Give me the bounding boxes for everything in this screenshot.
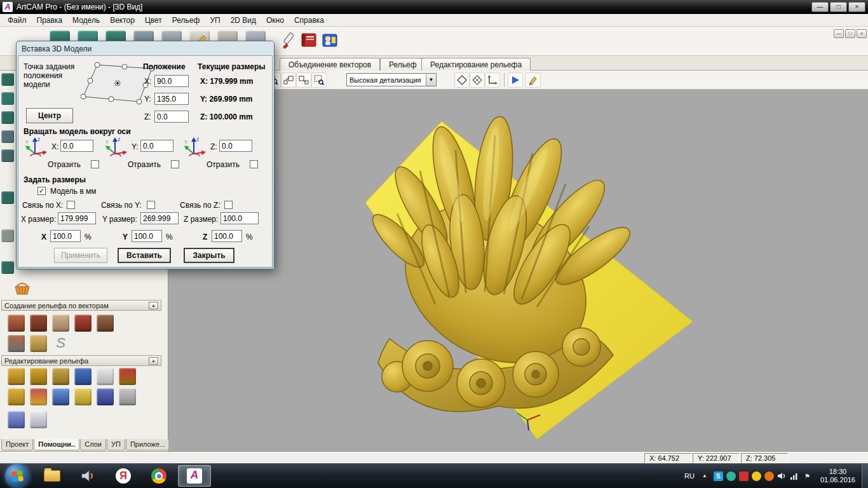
tab-toolpaths[interactable]: УП [107, 439, 125, 451]
turn-tool-icon[interactable] [52, 315, 69, 332]
extrude-tool-icon[interactable] [8, 315, 25, 332]
pencil-icon[interactable] [526, 72, 541, 88]
mesh-relief-icon[interactable] [119, 388, 136, 405]
mdi-minimize-button[interactable]: — [834, 29, 844, 38]
texture-relief-icon[interactable] [74, 388, 92, 405]
tab-project[interactable]: Проект [1, 439, 33, 451]
maximize-button[interactable]: □ [830, 2, 847, 12]
mirror-y-checkbox[interactable] [171, 160, 179, 168]
sweep-tool-icon[interactable] [74, 315, 92, 332]
link-y-checkbox[interactable] [147, 201, 155, 209]
update-icon[interactable] [752, 471, 761, 481]
panel-tool-icon[interactable] [1, 191, 14, 204]
panel-tool-icon[interactable] [1, 229, 14, 242]
section-header-relief-create[interactable]: Создание рельефа по векторам ▲ [1, 300, 161, 311]
size-y-input[interactable] [140, 212, 179, 224]
panel-tool-icon[interactable] [1, 261, 14, 274]
s-profile-icon[interactable]: S [52, 335, 69, 352]
mirror-z-checkbox[interactable] [250, 160, 258, 168]
menu-model[interactable]: Модель [67, 15, 105, 26]
tab-relief-editing[interactable]: Редактирование рельефа [421, 58, 531, 71]
mdi-close-button[interactable]: × [857, 29, 867, 38]
taskbar-explorer-button[interactable] [36, 465, 69, 487]
pct-z-input[interactable] [212, 230, 242, 242]
panel-tool-icon[interactable] [1, 149, 14, 162]
section-header-relief-edit[interactable]: Редактирование рельефа ▲ [1, 355, 161, 366]
link-z-checkbox[interactable] [224, 201, 233, 209]
agent-icon[interactable] [726, 471, 736, 481]
tab-vector-merge[interactable]: Объединение векторов [280, 58, 380, 71]
insert-button[interactable]: Вставить [118, 248, 171, 263]
skype-icon[interactable]: S [714, 471, 723, 481]
tab-assistant[interactable]: Помощни.. [34, 439, 79, 451]
close-button[interactable]: × [848, 2, 865, 12]
hidden-icons-chevron-icon[interactable]: ▲ [700, 471, 710, 481]
collapse-arrow-icon[interactable]: ▲ [149, 302, 158, 309]
link-x-checkbox[interactable] [67, 201, 75, 209]
axes-icon[interactable] [485, 72, 500, 88]
network-icon[interactable] [790, 471, 799, 481]
reference-book-icon[interactable] [299, 30, 319, 51]
pos-x-input[interactable] [154, 75, 189, 87]
profile-tool-icon[interactable] [97, 315, 114, 332]
taskbar-volume-mixer-button[interactable] [71, 465, 104, 487]
model-in-mm-checkbox[interactable] [37, 187, 46, 195]
spin-tool-icon[interactable] [30, 315, 47, 332]
reset-relief-icon[interactable] [97, 368, 114, 385]
tab-layers[interactable]: Слои [80, 439, 106, 451]
sculpt-tool-icon[interactable] [8, 368, 25, 385]
dialog-close-button[interactable]: Закрыть [184, 248, 234, 263]
minimize-button[interactable]: — [811, 2, 829, 12]
pin-relief-icon[interactable] [8, 388, 25, 405]
menu-edit[interactable]: Правка [32, 15, 68, 26]
menu-colour[interactable]: Цвет [140, 15, 167, 26]
detail-level-select[interactable]: Высокая детализация ▼ [346, 73, 437, 86]
menu-help[interactable]: Справка [289, 15, 329, 26]
collapse-arrow-icon[interactable]: ▲ [149, 357, 158, 365]
panel-tool-icon[interactable] [1, 130, 14, 143]
rot-x-input[interactable] [60, 140, 93, 152]
rot-y-input[interactable] [140, 140, 173, 152]
vase-relief-icon[interactable] [30, 411, 47, 428]
menu-window[interactable]: Окно [261, 15, 289, 26]
tab-relief[interactable]: Рельеф [380, 58, 426, 71]
taskbar-artcam-button[interactable]: A [178, 465, 211, 487]
magic-wand-icon[interactable] [119, 368, 136, 385]
dome-tool-icon[interactable] [52, 388, 69, 405]
menu-toolpaths[interactable]: УП [205, 15, 225, 26]
mirror-x-checkbox[interactable] [91, 160, 99, 168]
tutorials-icon[interactable] [320, 30, 340, 51]
java-icon[interactable] [764, 471, 774, 481]
size-z-input[interactable] [220, 212, 259, 224]
taskbar-clock[interactable]: 18:30 01.06.2016 [820, 468, 855, 484]
facet-relief-icon[interactable] [8, 411, 25, 428]
pos-z-input[interactable] [154, 111, 189, 123]
scale-1to2-icon[interactable] [281, 72, 296, 88]
scale-2to1-icon[interactable] [296, 72, 311, 88]
basket-icon[interactable] [14, 280, 31, 295]
menu-vector[interactable]: Вектор [105, 15, 140, 26]
menu-file[interactable]: Файл [3, 15, 32, 26]
draw-plane-icon[interactable] [454, 72, 470, 88]
play-icon[interactable] [508, 72, 523, 88]
offset-relief-icon[interactable] [52, 368, 69, 385]
volume-icon[interactable] [777, 471, 787, 481]
star-relief-icon[interactable] [97, 388, 114, 405]
lattice-icon[interactable] [470, 72, 485, 88]
action-center-flag-icon[interactable]: ⚑ [803, 471, 812, 481]
apply-button[interactable]: Применить [54, 248, 107, 263]
scale-relief-icon[interactable] [30, 388, 47, 405]
panel-tool-icon[interactable] [1, 111, 14, 124]
menu-relief[interactable]: Рельеф [167, 15, 205, 26]
relief-envelope-icon[interactable] [74, 368, 92, 385]
panel-tool-icon[interactable] [1, 92, 14, 105]
two-color-relief-icon[interactable] [8, 335, 25, 352]
dialog-title[interactable]: Вставка 3D Модели [18, 43, 273, 55]
language-indicator[interactable]: RU [684, 472, 695, 480]
size-x-input[interactable] [58, 212, 96, 224]
start-button[interactable] [5, 464, 29, 488]
chevron-down-icon[interactable]: ▼ [426, 74, 436, 86]
rot-z-input[interactable] [219, 140, 252, 152]
pct-y-input[interactable] [132, 230, 162, 242]
menu-2dview[interactable]: 2D Вид [226, 15, 261, 26]
